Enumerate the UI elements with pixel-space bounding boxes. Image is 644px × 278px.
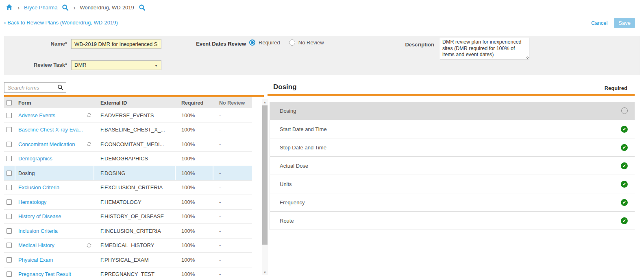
row-checkbox[interactable] [7,185,12,190]
search-icon[interactable] [57,84,63,90]
row-checkbox[interactable] [7,113,12,118]
name-input[interactable] [71,39,161,49]
form-link[interactable]: Adverse Events [18,112,55,118]
table-row[interactable]: History of Disease F.HISTORY_OF_DISEASE … [4,210,252,224]
item-row[interactable]: Start Date and Time ✔ [270,120,635,138]
form-link[interactable]: Physical Exam [18,257,53,263]
back-to-review-plans-link[interactable]: ‹Back to Review Plans (Wonderdrug, WD-20… [4,20,118,26]
form-link[interactable]: Baseline Chest X-ray Eva... [18,127,83,133]
table-row[interactable]: Inclusion Criteria F.INCLUSION_CRITERIA … [4,224,252,239]
no-review-cell: - [213,137,252,151]
required-cell: 100% [176,195,213,209]
item-row[interactable]: Frequency ✔ [270,193,635,212]
search-icon[interactable] [62,4,69,11]
required-check-icon[interactable]: ✔ [621,181,628,188]
external-id-cell: F.MEDICAL_HISTORY [94,239,176,253]
radio-required[interactable] [249,39,255,46]
radio-circle-icon[interactable] [621,107,628,114]
item-row[interactable]: Actual Dose ✔ [270,157,635,175]
item-row[interactable]: Units ✔ [270,175,635,193]
required-cell: 100% [176,239,213,253]
cancel-button[interactable]: Cancel [591,20,607,26]
table-row[interactable]: Adverse Events F.ADVERSE_EVENTS 100% - [4,108,252,123]
table-row[interactable]: Baseline Chest X-ray Eva... F.BASELINE_C… [4,123,252,138]
item-row[interactable]: Stop Date and Time ✔ [270,138,635,157]
save-button[interactable]: Save [614,18,635,28]
row-checkbox[interactable] [7,142,12,147]
event-dates-review-label: Event Dates Review [195,41,246,47]
review-task-select[interactable]: DMR ▼ [71,60,161,70]
table-row[interactable]: Concomitant Medication F.CONCOMITANT_MED… [4,137,252,152]
form-link[interactable]: Medical History [18,242,54,248]
breadcrumb-study-group-link[interactable]: Bryce Pharma [24,4,57,11]
select-all-checkbox[interactable] [7,100,12,105]
detail-status-badge: Required [605,85,627,91]
form-link[interactable]: Pregnancy Test Result [18,271,71,277]
row-checkbox[interactable] [7,127,12,132]
radio-no-review[interactable] [289,39,295,46]
required-check-icon[interactable]: ✔ [621,199,628,206]
description-textarea[interactable]: DMR review plan for inexperienced sites … [440,38,529,59]
row-checkbox[interactable] [7,271,12,277]
item-label: Frequency [280,199,305,206]
form-link[interactable]: Hematology [18,199,46,205]
radio-no-review-label: No Review [298,39,324,46]
repeating-form-icon [86,243,92,248]
item-row[interactable]: Route ✔ [270,212,635,230]
search-icon[interactable] [139,4,146,11]
required-cell: 100% [176,210,213,224]
external-id-cell: F.CONCOMITANT_MEDI... [94,137,176,151]
table-row[interactable]: Dosing F.DOSING 100% - [4,166,252,181]
required-cell: 100% [176,181,213,195]
breadcrumb-separator-icon: › [17,4,20,11]
form-link[interactable]: Concomitant Medication [18,141,75,147]
detail-form-row[interactable]: Dosing [270,102,635,120]
review-plan-form: Name* Review Task* DMR ▼ Event Dates Rev… [4,36,640,75]
no-review-cell: - [213,123,252,137]
scrollbar-thumb[interactable] [262,105,268,245]
form-link[interactable]: Dosing [18,170,35,176]
required-check-icon[interactable]: ✔ [621,144,628,151]
row-checkbox[interactable] [7,171,12,176]
chevron-down-icon: ▼ [154,64,158,68]
no-review-cell: - [213,210,252,224]
item-label: Units [280,181,292,187]
required-check-icon[interactable]: ✔ [621,126,628,133]
table-row[interactable]: Demographics F.DEMOGRAPHICS 100% - [4,152,252,166]
no-review-cell: - [213,267,252,278]
external-id-cell: F.DOSING [94,166,176,180]
external-id-cell: F.PREGNANCY_TEST [94,267,176,278]
table-row[interactable]: Medical History F.MEDICAL_HISTORY 100% - [4,239,252,253]
row-checkbox[interactable] [7,156,12,161]
back-row: ‹Back to Review Plans (Wonderdrug, WD-20… [4,20,118,26]
breadcrumb-study-label: Wonderdrug, WD-2019 [80,4,134,11]
table-row[interactable]: Exclusion Criteria F.EXCLUSION_CRITERIA … [4,181,252,195]
row-checkbox[interactable] [7,214,12,219]
required-check-icon[interactable]: ✔ [621,217,628,224]
breadcrumb-separator-icon: › [73,4,75,11]
scroll-up-icon[interactable]: ▲ [262,99,268,105]
column-header-external-id: External ID [94,97,176,108]
form-link[interactable]: Demographics [18,155,52,162]
item-label: Actual Dose [280,163,308,169]
form-link[interactable]: History of Disease [18,213,61,219]
table-row[interactable]: Pregnancy Test Result F.PREGNANCY_TEST 1… [4,267,252,278]
row-checkbox[interactable] [7,243,12,248]
forms-table-scrollbar[interactable]: ▲ ▼ [262,99,268,275]
column-header-required: Required [176,97,213,108]
required-cell: 100% [176,123,213,137]
detail-panel-title: Dosing [273,83,297,91]
table-row[interactable]: Physical Exam F.PHYSICAL_EXAM 100% - [4,253,252,267]
home-icon[interactable] [5,4,13,11]
row-checkbox[interactable] [7,228,12,234]
form-link[interactable]: Inclusion Criteria [18,228,58,234]
form-link[interactable]: Exclusion Criteria [18,184,59,190]
column-header-form: Form [15,97,94,108]
required-check-icon[interactable]: ✔ [621,162,628,169]
scroll-down-icon[interactable]: ▼ [262,269,268,275]
row-checkbox[interactable] [7,199,12,205]
no-review-cell: - [213,224,252,238]
no-review-cell: - [213,108,252,123]
table-row[interactable]: Hematology F.HEMATOLOGY 100% - [4,195,252,210]
row-checkbox[interactable] [7,257,12,263]
